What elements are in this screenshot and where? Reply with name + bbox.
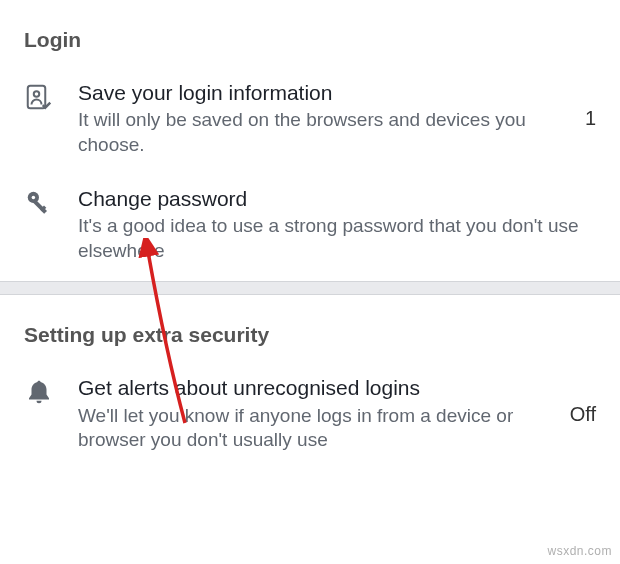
item-title: Get alerts about unrecognised logins	[78, 375, 554, 401]
item-unrecognised-login-alerts[interactable]: Get alerts about unrecognised logins We'…	[0, 365, 620, 471]
bell-icon	[24, 375, 78, 411]
watermark: wsxdn.com	[547, 544, 612, 558]
item-save-login-info[interactable]: Save your login information It will only…	[0, 70, 620, 176]
item-value: 1	[569, 107, 596, 130]
section-header-extra-security: Setting up extra security	[0, 295, 620, 365]
item-subtitle: It will only be saved on the browsers an…	[78, 108, 569, 157]
item-change-password[interactable]: Change password It's a good idea to use …	[0, 176, 620, 282]
item-subtitle: We'll let you know if anyone logs in fro…	[78, 404, 554, 453]
item-title: Change password	[78, 186, 580, 212]
key-icon	[24, 186, 78, 222]
section-divider	[0, 281, 620, 295]
section-header-login: Login	[0, 0, 620, 70]
person-check-icon	[24, 80, 78, 116]
item-subtitle: It's a good idea to use a strong passwor…	[78, 214, 580, 263]
svg-point-3	[32, 195, 36, 199]
item-title: Save your login information	[78, 80, 569, 106]
svg-point-1	[34, 91, 40, 97]
item-value: Off	[554, 403, 596, 426]
